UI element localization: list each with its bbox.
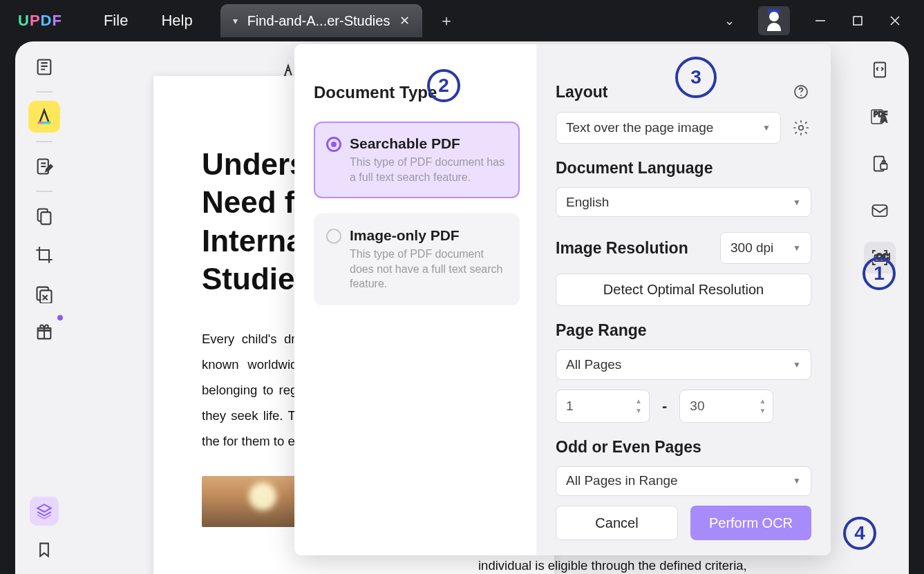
reader-tool[interactable] (28, 51, 60, 83)
toolbar-separator (36, 141, 53, 142)
window-minimize-button[interactable] (813, 14, 827, 28)
edit-tool[interactable] (28, 151, 60, 182)
svg-rect-12 (874, 63, 885, 77)
menu-file[interactable]: File (104, 12, 128, 30)
language-select[interactable]: English ▼ (556, 187, 811, 217)
odd-even-label: Odd or Even Pages (556, 438, 811, 457)
svg-rect-4 (38, 60, 51, 75)
document-tab[interactable]: ▾ Find-and-A...er-Studies ✕ (220, 4, 423, 37)
protect-tool[interactable] (864, 148, 896, 180)
svg-rect-5 (38, 122, 51, 124)
doctype-imageonly-option[interactable]: Image-only PDF This type of PDF document… (314, 213, 520, 305)
step-down-icon[interactable]: ▼ (632, 408, 645, 414)
redact-tool[interactable] (28, 278, 60, 309)
gift-tool[interactable] (28, 316, 60, 348)
window-menu-chevron-icon[interactable]: ⌄ (724, 13, 735, 28)
language-label: Document Language (556, 159, 811, 178)
page-from-input[interactable]: 1 ▲▼ (556, 390, 650, 423)
chevron-down-icon: ▼ (762, 123, 771, 133)
step-down-icon[interactable]: ▼ (756, 408, 769, 414)
page-range-value: All Pages (566, 357, 621, 372)
odd-even-select[interactable]: All Pages in Range ▼ (556, 466, 811, 496)
organize-tool[interactable] (28, 200, 60, 232)
layers-tool[interactable] (30, 497, 59, 526)
resolution-label: Image Resolution (556, 239, 688, 258)
doctype-searchable-option[interactable]: Searchable PDF This type of PDF document… (314, 122, 520, 198)
chevron-down-icon: ▼ (793, 476, 801, 486)
step-up-icon[interactable]: ▲ (756, 398, 769, 405)
range-dash: - (662, 397, 667, 415)
ocr-panel: Document Type Searchable PDF This type o… (294, 44, 831, 555)
annotation-1: 1 (862, 257, 896, 290)
doctype-searchable-sub: This type of PDF document has a full tex… (350, 155, 506, 184)
page-to-input[interactable]: 30 ▲▼ (679, 390, 773, 423)
svg-rect-8 (41, 212, 50, 224)
page-to-value: 30 (690, 399, 704, 414)
page-range-label: Page Range (556, 321, 811, 340)
perform-ocr-button[interactable]: Perform OCR (690, 506, 811, 540)
share-tool[interactable] (864, 195, 896, 227)
svg-point-22 (800, 95, 802, 96)
svg-rect-1 (854, 17, 862, 25)
svg-rect-17 (880, 164, 887, 169)
document-type-heading: Document Type (314, 83, 520, 102)
notification-dot-icon (57, 315, 63, 321)
chevron-down-icon: ▼ (793, 243, 801, 253)
chevron-down-icon: ▼ (793, 198, 801, 207)
pdfa-tool[interactable]: PDF/A (864, 101, 896, 133)
page-text-fragment: individual is eligible through the defin… (478, 558, 769, 573)
page-range-select[interactable]: All Pages ▼ (556, 350, 811, 379)
help-icon[interactable] (791, 82, 811, 102)
step-up-icon[interactable]: ▲ (632, 398, 645, 405)
tab-title: Find-and-A...er-Studies (247, 13, 390, 29)
doctype-imageonly-title: Image-only PDF (350, 227, 506, 244)
svg-text:/A: /A (880, 116, 887, 124)
crop-tool[interactable] (28, 239, 60, 271)
doctype-imageonly-sub: This type of PDF document does not have … (350, 247, 506, 291)
chevron-down-icon: ▼ (793, 360, 801, 370)
radio-unselected-icon (326, 229, 341, 244)
window-close-button[interactable] (888, 14, 902, 28)
annotation-4: 4 (843, 517, 876, 550)
resolution-select[interactable]: 300 dpi ▼ (720, 232, 811, 264)
layout-label: Layout (556, 83, 607, 102)
menu-help[interactable]: Help (161, 12, 192, 30)
odd-even-value: All Pages in Range (566, 473, 678, 488)
tab-close-icon[interactable]: ✕ (399, 13, 410, 28)
settings-icon[interactable] (791, 117, 811, 138)
annotation-3: 3 (675, 57, 717, 98)
toolbar-separator (36, 191, 53, 192)
title-bar: UPDF File Help ▾ Find-and-A...er-Studies… (0, 0, 924, 41)
layout-value: Text over the page image (566, 120, 713, 135)
left-toolbar (15, 41, 73, 574)
radio-selected-icon (326, 137, 341, 152)
resolution-value: 300 dpi (730, 240, 773, 256)
tab-dropdown-icon[interactable]: ▾ (233, 15, 238, 26)
toolbar-separator (36, 91, 53, 93)
account-avatar[interactable] (758, 6, 790, 35)
cancel-button[interactable]: Cancel (556, 506, 678, 540)
detect-resolution-button[interactable]: Detect Optimal Resolution (556, 274, 811, 306)
doctype-searchable-title: Searchable PDF (350, 135, 506, 152)
window-maximize-button[interactable] (851, 14, 865, 28)
page-from-value: 1 (566, 399, 574, 414)
app-logo: UPDF (18, 12, 62, 30)
workspace: PDF/A OCR Understanding the Need for Int… (15, 41, 909, 574)
annotate-tool[interactable] (28, 101, 60, 133)
svg-rect-18 (873, 205, 887, 216)
svg-point-23 (799, 126, 804, 131)
bookmark-tool[interactable] (28, 534, 60, 566)
annotation-2: 2 (427, 69, 460, 102)
language-value: English (566, 195, 609, 210)
right-toolbar: PDF/A OCR (851, 41, 909, 574)
convert-tool[interactable] (864, 54, 896, 86)
new-tab-button[interactable]: ＋ (439, 10, 454, 31)
layout-select[interactable]: Text over the page image ▼ (556, 112, 781, 144)
